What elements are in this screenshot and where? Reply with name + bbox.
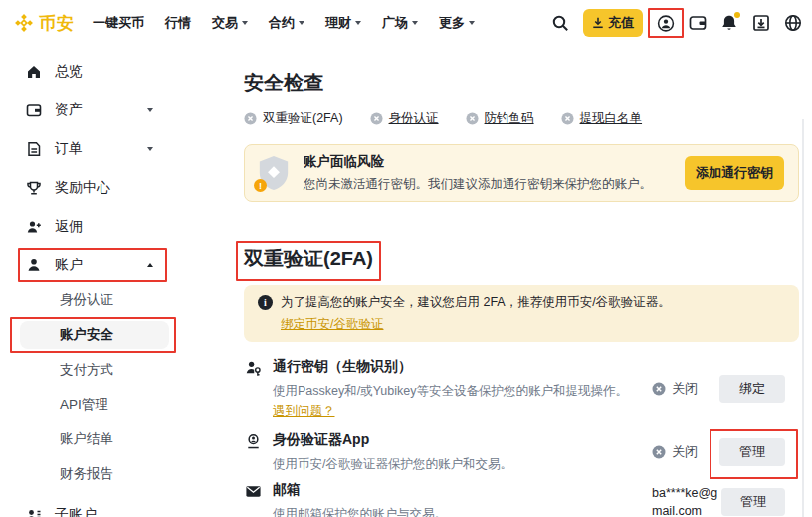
- top-navbar: 币安 一键买币 行情 交易 合约 理财 广场 更多: [0, 0, 812, 46]
- chevron-down-icon: [412, 21, 418, 25]
- sidebar-item-financial-reports[interactable]: 财务报告: [20, 460, 169, 488]
- user-icon: [26, 258, 42, 273]
- twofa-tip-text: 为了提高您的账户安全，建议您启用 2FA，推荐使用币安/谷歌验证器。: [281, 294, 671, 312]
- nav-more[interactable]: 更多: [439, 14, 475, 32]
- security-item-main: 邮箱 使用邮箱保护您的账户与交易。: [273, 481, 447, 517]
- nav-markets[interactable]: 行情: [165, 14, 191, 32]
- chevron-up-icon: [147, 263, 153, 267]
- checklist-identity-verification[interactable]: 身份认证: [370, 110, 439, 127]
- sidebar-item-assets[interactable]: 资产: [26, 90, 153, 129]
- chevron-down-icon: [147, 147, 153, 151]
- orders-icon: [26, 141, 42, 157]
- checklist-withdrawal-whitelist[interactable]: 提现白名单: [561, 110, 643, 127]
- bind-authenticator-link[interactable]: 绑定币安/谷歌验证: [281, 316, 383, 333]
- sidebar-item-referral[interactable]: 返佣: [26, 207, 153, 246]
- app-root: 币安 一键买币 行情 交易 合约 理财 广场 更多: [0, 0, 812, 517]
- navbar-right: 充值: [551, 9, 802, 37]
- chevron-down-icon: [147, 108, 153, 112]
- sidebar-item-account-statement[interactable]: 账户结单: [20, 426, 169, 453]
- warning-badge-icon: !: [254, 179, 267, 192]
- security-checklist: 双重验证(2FA) 身份认证 防钓鱼码 提现白名单: [244, 110, 799, 127]
- nav-buy-crypto[interactable]: 一键买币: [93, 14, 144, 32]
- bell-icon[interactable]: [720, 14, 738, 32]
- scrollbar[interactable]: [802, 119, 804, 517]
- brand-name: 币安: [39, 12, 75, 35]
- risk-alert: ! 账户面临风险 您尚未激活通行密钥。我们建议添加通行密钥来保护您的账户。 添加…: [244, 144, 799, 202]
- status-circle-icon: [244, 112, 257, 125]
- nav-futures[interactable]: 合约: [269, 14, 304, 32]
- rewards-icon: [26, 180, 42, 196]
- status-circle-icon: [466, 112, 479, 125]
- chevron-down-icon: [242, 21, 248, 25]
- chevron-down-icon: [355, 21, 361, 25]
- sidebar-item-sub-accounts[interactable]: 子账户: [26, 495, 153, 517]
- sidebar-item-payment-methods[interactable]: 支付方式: [20, 356, 169, 384]
- sidebar-item-account-security[interactable]: 账户安全: [20, 321, 169, 349]
- email-masked-value: ba****ke@gmail.com: [652, 484, 721, 517]
- passkey-icon: [245, 360, 262, 377]
- profile-menu[interactable]: [657, 14, 675, 32]
- binance-logo[interactable]: 币安: [14, 12, 75, 35]
- mail-icon: [245, 483, 262, 500]
- app-download-icon[interactable]: [752, 14, 770, 32]
- download-icon: [592, 17, 604, 29]
- security-item-desc: 使用币安/谷歌验证器保护您的账户和交易。: [273, 455, 512, 473]
- nav-square[interactable]: 广场: [382, 14, 418, 32]
- sidebar-item-rewards-hub[interactable]: 奖励中心: [26, 168, 153, 207]
- risk-alert-title: 账户面临风险: [304, 153, 652, 171]
- sidebar-item-api-management[interactable]: API管理: [20, 391, 169, 419]
- sub-account-icon: [26, 507, 42, 517]
- deposit-button[interactable]: 充值: [583, 9, 643, 37]
- user-icon[interactable]: [657, 14, 675, 32]
- sidebar-item-orders[interactable]: 订单: [26, 129, 153, 168]
- main-content: 安全检查 双重验证(2FA) 身份认证 防钓鱼码: [244, 46, 799, 517]
- security-item-authenticator: 身份验证器App 使用币安/谷歌验证器保护您的账户和交易。 关闭 管理: [244, 431, 799, 473]
- security-item-title: 身份验证器App: [273, 431, 512, 449]
- twofa-title: 双重验证(2FA): [244, 246, 373, 272]
- authenticator-icon: [245, 433, 262, 450]
- user-plus-icon: [26, 219, 42, 235]
- twofa-tip: i 为了提高您的账户安全，建议您启用 2FA，推荐使用币安/谷歌验证器。 绑定币…: [244, 285, 799, 342]
- shield-icon: !: [257, 154, 291, 192]
- off-circle-icon: [652, 382, 666, 396]
- wallet-icon[interactable]: [689, 14, 707, 32]
- passkey-bind-button[interactable]: 绑定: [719, 375, 785, 403]
- security-item-email: 邮箱 使用邮箱保护您的账户与交易。 ba****ke@gmail.com 管理: [244, 481, 799, 517]
- add-passkey-button[interactable]: 添加通行密钥: [685, 156, 784, 190]
- passkey-help-link[interactable]: 遇到问题？: [273, 403, 335, 420]
- nav-trade[interactable]: 交易: [212, 14, 248, 32]
- status-circle-icon: [370, 112, 383, 125]
- security-item-title: 邮箱: [273, 481, 447, 499]
- email-manage-button[interactable]: 管理: [721, 488, 785, 516]
- authenticator-manage-button[interactable]: 管理: [719, 438, 785, 466]
- security-item-main: 身份验证器App 使用币安/谷歌验证器保护您的账户和交易。: [273, 431, 512, 473]
- security-check-title: 安全检查: [244, 70, 799, 96]
- security-item-desc: 使用邮箱保护您的账户与交易。: [273, 505, 447, 517]
- chevron-down-icon: [469, 21, 475, 25]
- globe-icon[interactable]: [784, 14, 802, 32]
- security-item-passkey: 通行密钥（生物识别） 使用Passkey和/或Yubikey等安全设备保护您的账…: [244, 358, 799, 420]
- status-off: 关闭: [652, 443, 698, 461]
- status-circle-icon: [561, 112, 574, 125]
- binance-diamond-icon: [14, 13, 34, 33]
- checklist-2fa[interactable]: 双重验证(2FA): [244, 110, 343, 127]
- security-item-desc: 使用Passkey和/或Yubikey等安全设备保护您的账户和提现操作。: [273, 382, 628, 400]
- home-icon: [26, 64, 42, 80]
- checklist-anti-phishing-code[interactable]: 防钓鱼码: [466, 110, 534, 127]
- notification-dot: [734, 12, 740, 18]
- account-submenu: 身份认证 账户安全 支付方式 API管理 账户结单 财务报告: [26, 286, 234, 488]
- sidebar-item-account[interactable]: 账户: [26, 246, 153, 284]
- risk-alert-desc: 您尚未激活通行密钥。我们建议添加通行密钥来保护您的账户。: [304, 176, 652, 193]
- chevron-down-icon: [299, 21, 304, 25]
- sidebar-item-overview[interactable]: 总览: [26, 52, 153, 90]
- wallet-icon: [26, 102, 42, 118]
- security-item-main: 通行密钥（生物识别） 使用Passkey和/或Yubikey等安全设备保护您的账…: [273, 358, 628, 420]
- navbar-left: 币安 一键买币 行情 交易 合约 理财 广场 更多: [14, 12, 475, 35]
- info-icon: i: [258, 295, 273, 310]
- risk-alert-text: 账户面临风险 您尚未激活通行密钥。我们建议添加通行密钥来保护您的账户。: [304, 153, 652, 193]
- security-item-title: 通行密钥（生物识别）: [273, 358, 628, 376]
- main-menu: 一键买币 行情 交易 合约 理财 广场 更多: [93, 14, 475, 32]
- sidebar-item-identity-verification[interactable]: 身份认证: [20, 286, 169, 314]
- search-icon[interactable]: [551, 14, 569, 32]
- nav-earn[interactable]: 理财: [325, 14, 361, 32]
